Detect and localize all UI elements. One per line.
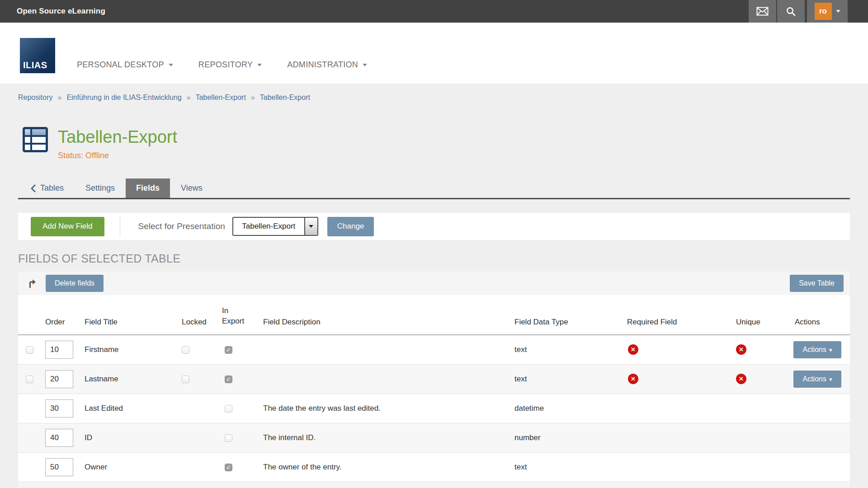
- table-command-row: Delete fields Save Table: [18, 272, 850, 295]
- required-x-icon: ✕: [628, 374, 638, 384]
- breadcrumb-link[interactable]: Einführung in die ILIAS-Entwicklung: [66, 94, 181, 101]
- actions-label: Actions: [803, 346, 826, 353]
- column-header-field-data-type: Field Data Type: [511, 295, 624, 335]
- breadcrumb-separator: »: [57, 94, 61, 101]
- chevron-down-icon: [169, 64, 173, 66]
- user-menu-button[interactable]: ro: [807, 0, 848, 23]
- apply-to-selection-arrow-icon: [28, 278, 37, 288]
- cell-select: [18, 335, 41, 364]
- chevron-left-icon: [31, 184, 36, 192]
- cell-description: [260, 364, 511, 394]
- chevron-down-icon: ▾: [829, 376, 832, 383]
- cell-data-type: text: [511, 335, 624, 364]
- cell-description: The date the entry was last edited.: [260, 394, 511, 423]
- cell-unique: [733, 452, 792, 482]
- ilias-logo[interactable]: ILIAS: [20, 38, 55, 73]
- in-export-checkbox[interactable]: [225, 405, 232, 413]
- breadcrumb-link[interactable]: Tabellen-Export: [260, 94, 310, 101]
- select-column-header: [18, 295, 41, 335]
- tab-views[interactable]: Views: [170, 178, 213, 198]
- order-input[interactable]: [45, 458, 73, 476]
- cell-actions: [792, 452, 850, 482]
- nav-personal-desktop[interactable]: PERSONAL DESKTOP: [77, 60, 173, 70]
- app-title: Open Source eLearning: [17, 7, 105, 16]
- cell-unique: ✕: [733, 335, 792, 364]
- change-button[interactable]: Change: [327, 217, 374, 236]
- cell-unique: [733, 394, 792, 423]
- cell-field-title: ID: [81, 423, 180, 452]
- cell-locked: [180, 394, 220, 423]
- search-button[interactable]: [777, 0, 805, 23]
- locked-checkbox[interactable]: [182, 375, 189, 383]
- add-new-field-button[interactable]: Add New Field: [31, 217, 104, 236]
- status-value: Offline: [85, 151, 109, 160]
- tab-label: Views: [181, 183, 203, 193]
- unique-x-icon: ✕: [736, 374, 746, 384]
- cell-data-type: text: [511, 452, 624, 482]
- save-table-button[interactable]: Save Table: [790, 275, 844, 292]
- column-header-required-field: Required Field: [624, 295, 733, 335]
- select-caret-icon: [304, 218, 317, 235]
- cell-required: [624, 394, 733, 423]
- tab-fields[interactable]: Fields: [126, 178, 170, 198]
- cell-in-export: ✓: [220, 335, 260, 364]
- row-select-checkbox[interactable]: [26, 375, 33, 383]
- actions-label: Actions: [803, 375, 826, 383]
- nav-repository[interactable]: REPOSITORY: [198, 60, 262, 70]
- title-block: Tabellen-Export Status: Offline: [23, 127, 868, 160]
- status-label: Status:: [58, 151, 83, 160]
- fields-table: Order Field Title Locked In Export Field…: [18, 295, 850, 482]
- mail-button[interactable]: [749, 0, 776, 23]
- nav-label: PERSONAL DESKTOP: [77, 60, 164, 70]
- presentation-select[interactable]: Tabellen-Export: [232, 217, 318, 236]
- breadcrumb-separator: »: [251, 94, 255, 101]
- cell-actions: Actions▾: [792, 335, 850, 364]
- cell-required: [624, 423, 733, 452]
- row-select-checkbox[interactable]: [26, 346, 33, 354]
- column-header-locked: Locked: [180, 295, 220, 335]
- in-export-checkbox[interactable]: [225, 434, 232, 442]
- page-title: Tabellen-Export: [58, 127, 177, 147]
- in-export-checkbox[interactable]: ✓: [225, 375, 232, 383]
- cell-order: [41, 364, 81, 394]
- cell-locked: [180, 364, 220, 394]
- in-export-checkbox[interactable]: ✓: [225, 346, 232, 354]
- topbar-actions: ro: [748, 0, 848, 23]
- cell-required: [624, 452, 733, 482]
- main-nav: PERSONAL DESKTOP REPOSITORY ADMINISTRATI…: [77, 60, 367, 70]
- breadcrumb-link[interactable]: Tabellen-Export: [196, 94, 246, 101]
- column-header-actions: Actions: [792, 295, 850, 335]
- table-row: Firstname✓text✕✕Actions▾: [18, 335, 850, 364]
- order-input[interactable]: [45, 341, 73, 359]
- toolbar: Add New Field Select for Presentation Ta…: [18, 213, 850, 240]
- row-actions-button[interactable]: Actions▾: [793, 371, 841, 388]
- nav-administration[interactable]: ADMINISTRATION: [287, 60, 367, 70]
- table-row: IDThe internal ID.number: [18, 423, 850, 452]
- chevron-down-icon: [257, 64, 262, 66]
- delete-fields-button[interactable]: Delete fields: [46, 275, 104, 292]
- cell-description: The owner of the entry.: [260, 452, 511, 482]
- page: Open Source eLearning ro: [0, 0, 868, 488]
- row-actions-button[interactable]: Actions▾: [793, 341, 841, 358]
- in-export-checkbox[interactable]: ✓: [225, 464, 232, 471]
- required-x-icon: ✕: [628, 344, 638, 355]
- table-row: Owner✓The owner of the entry.text: [18, 452, 850, 482]
- breadcrumb-link[interactable]: Repository: [18, 94, 52, 101]
- cell-field-title: Firstname: [81, 335, 180, 364]
- avatar: ro: [815, 3, 832, 20]
- order-input[interactable]: [45, 370, 73, 388]
- order-input[interactable]: [45, 399, 73, 418]
- cell-data-type: number: [511, 423, 624, 452]
- tab-settings[interactable]: Settings: [75, 178, 126, 198]
- table-row: Last EditedThe date the entry was last e…: [18, 394, 850, 423]
- fields-panel: Delete fields Save Table Order Field Tit…: [18, 272, 850, 488]
- cell-required: ✕: [624, 364, 733, 394]
- tab-label: Tables: [40, 183, 64, 193]
- order-input[interactable]: [45, 429, 73, 447]
- breadcrumb: Repository»Einführung in die ILIAS-Entwi…: [0, 84, 868, 102]
- cell-actions: Actions▾: [792, 364, 850, 394]
- cell-field-title: Last Edited: [81, 394, 180, 423]
- tab-tables[interactable]: Tables: [18, 178, 75, 198]
- locked-checkbox[interactable]: [182, 346, 189, 354]
- cell-order: [41, 423, 81, 452]
